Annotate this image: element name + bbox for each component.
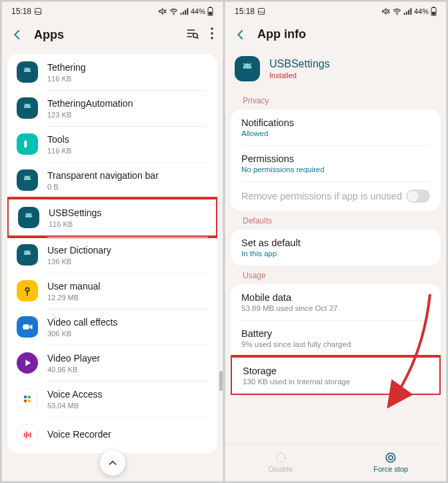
app-icon xyxy=(17,388,38,410)
svg-point-24 xyxy=(27,215,27,215)
back-icon[interactable] xyxy=(235,29,247,41)
app-row[interactable]: TetheringAutomation123 KB xyxy=(7,90,217,126)
setting-row[interactable]: NotificationsAllowed xyxy=(231,109,441,145)
page-title: Apps xyxy=(34,28,175,42)
settings-container: Privacy NotificationsAllowedPermissionsN… xyxy=(225,91,446,444)
svg-point-53 xyxy=(389,456,393,460)
svg-rect-0 xyxy=(35,9,41,15)
setting-title: Battery xyxy=(241,328,430,339)
header: App info xyxy=(225,21,446,53)
battery-icon xyxy=(431,7,437,16)
wifi-icon xyxy=(393,8,401,15)
app-row[interactable]: Tools116 KB xyxy=(7,126,217,162)
app-size-label: 116 KB xyxy=(49,220,207,228)
wifi-icon xyxy=(169,8,178,15)
setting-title: Remove permissions if app is unused xyxy=(241,191,402,201)
svg-rect-5 xyxy=(187,8,188,15)
disable-button[interactable]: Disable xyxy=(225,445,336,481)
svg-rect-48 xyxy=(432,12,435,15)
back-icon[interactable] xyxy=(11,29,23,41)
svg-point-22 xyxy=(25,177,26,178)
app-icon xyxy=(235,56,260,81)
setting-sub: Allowed xyxy=(241,129,430,137)
app-icon xyxy=(17,61,38,83)
setting-row[interactable]: Battery9% used since last fully charged xyxy=(231,320,441,356)
scrollbar-thumb[interactable] xyxy=(219,371,223,391)
privacy-section-label: Privacy xyxy=(231,91,441,109)
svg-rect-2 xyxy=(181,13,182,15)
svg-point-26 xyxy=(25,252,26,253)
app-size-label: 136 KB xyxy=(47,258,208,266)
app-row[interactable]: Voice Recorder xyxy=(7,417,217,453)
svg-point-12 xyxy=(193,33,198,38)
app-row[interactable]: User Dictionary136 KB xyxy=(7,237,217,273)
svg-point-19 xyxy=(25,105,26,106)
app-name-label: Voice Access xyxy=(47,388,208,400)
app-name-label: Voice Recorder xyxy=(47,428,208,440)
mute-icon xyxy=(158,7,167,15)
svg-point-51 xyxy=(276,453,285,462)
app-status: Installed xyxy=(269,71,330,79)
svg-rect-31 xyxy=(23,324,29,330)
app-row[interactable]: Transparent navigation bar0 B xyxy=(7,162,217,198)
app-row[interactable]: Voice Access53.04 MB xyxy=(7,381,217,417)
app-size-label: 0 B xyxy=(47,183,208,191)
svg-point-32 xyxy=(24,396,27,399)
setting-row[interactable]: Storage130 KB used in Internal storage xyxy=(231,355,441,395)
defaults-section-label: Defaults xyxy=(231,211,441,229)
setting-row[interactable]: PermissionsNo permissions required xyxy=(231,145,441,181)
app-size-label: 116 KB xyxy=(47,75,208,83)
setting-row[interactable]: Set as defaultIn this app xyxy=(231,229,441,266)
app-info-screen: 15:18 44% App info USBSettings Installed… xyxy=(225,1,447,482)
svg-point-52 xyxy=(387,453,396,462)
svg-point-30 xyxy=(27,295,28,296)
app-row[interactable]: Video call effects306 KB xyxy=(7,309,217,345)
setting-sub: No permissions required xyxy=(241,165,430,173)
svg-point-34 xyxy=(24,400,27,403)
setting-row[interactable]: Mobile data53.89 MB used since Oct 27 xyxy=(231,284,441,320)
app-icon xyxy=(17,169,38,191)
svg-rect-44 xyxy=(408,9,409,14)
svg-rect-3 xyxy=(183,11,184,15)
app-size-label: 116 KB xyxy=(47,147,208,155)
app-size-label: 40.96 KB xyxy=(47,366,208,374)
svg-rect-45 xyxy=(410,8,411,15)
app-size-label: 123 KB xyxy=(47,111,208,119)
more-icon[interactable] xyxy=(211,27,213,42)
app-icon xyxy=(17,97,38,119)
app-name-label: Video call effects xyxy=(47,316,208,328)
svg-point-41 xyxy=(397,14,398,15)
app-size-label: 53.04 MB xyxy=(47,402,208,410)
svg-point-28 xyxy=(25,288,29,291)
svg-rect-38 xyxy=(28,434,29,437)
app-icon xyxy=(17,244,38,266)
setting-sub: In this app xyxy=(241,250,430,258)
svg-point-23 xyxy=(29,177,29,178)
svg-point-35 xyxy=(28,400,31,403)
status-time: 15:18 xyxy=(235,7,255,16)
bottom-actions: Disable Force stop xyxy=(225,444,446,481)
force-stop-button[interactable]: Force stop xyxy=(336,445,447,481)
svg-rect-37 xyxy=(26,432,27,439)
battery-percent: 44% xyxy=(191,7,205,15)
svg-point-17 xyxy=(25,69,26,70)
toggle-switch[interactable] xyxy=(406,189,430,203)
app-row[interactable]: USBSettings116 KB xyxy=(7,197,217,238)
signal-icon xyxy=(403,8,412,15)
app-icon xyxy=(17,133,38,155)
app-row[interactable]: User manual12.29 MB xyxy=(7,273,217,309)
svg-rect-21 xyxy=(24,141,27,148)
header: Apps xyxy=(2,21,223,54)
svg-rect-47 xyxy=(433,7,435,7)
search-filter-icon[interactable] xyxy=(185,27,199,42)
disable-icon xyxy=(275,452,287,464)
scroll-top-button[interactable] xyxy=(100,450,125,476)
app-row[interactable]: Video Player40.96 KB xyxy=(7,345,217,381)
app-name-label: TetheringAutomation xyxy=(47,97,208,109)
remove-permissions-row[interactable]: Remove permissions if app is unused xyxy=(231,181,441,211)
app-row[interactable]: Tethering116 KB xyxy=(7,54,217,90)
app-name-label: Tools xyxy=(47,133,208,145)
app-name-label: Transparent navigation bar xyxy=(47,169,208,181)
setting-sub: 9% used since last fully charged xyxy=(241,340,430,348)
app-name-label: User Dictionary xyxy=(47,244,208,256)
